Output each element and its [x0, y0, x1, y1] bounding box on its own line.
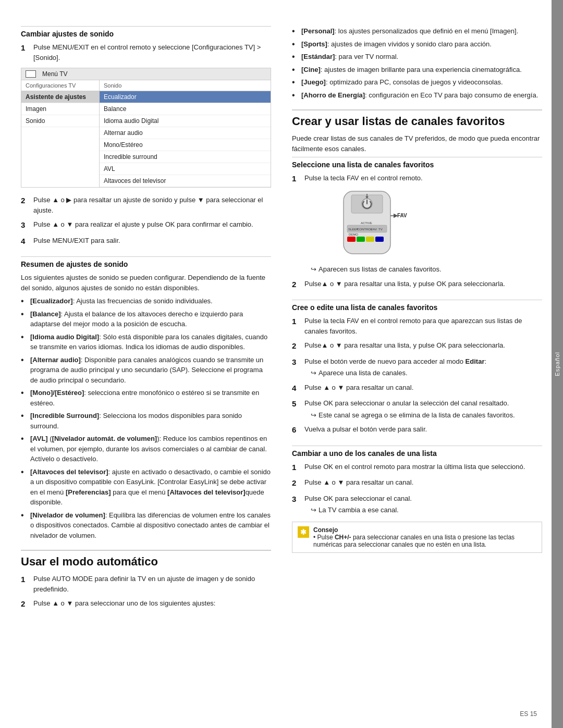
menu-left-item-1: Imagen — [21, 103, 99, 115]
menu-right-col-label: Sonido — [100, 80, 271, 91]
section-cambiar-ajustes: Cambiar ajustes de sonido 1 Pulse MENU/E… — [21, 26, 271, 247]
menu-header: Menú TV — [21, 68, 271, 80]
resumen-item-7-text: [Altavoces del televisor]: ajuste en act… — [30, 467, 271, 508]
sel-step-1-text: Pulse la tecla FAV en el control remoto. — [304, 174, 423, 182]
cree-step-2-text: Pulse▲ o ▼ para resaltar una lista, y pu… — [304, 340, 542, 352]
resumen-item-5-text: [Incredible Surround]: Selecciona los mo… — [30, 411, 271, 431]
menu-right-item-2: Idioma audio Digital — [100, 115, 271, 127]
usar-step-2-text: Pulse ▲ o ▼ para seleccionar uno de los … — [33, 598, 271, 610]
active-label: ACTIVE — [361, 221, 372, 225]
canal-step-2: 2 Pulse ▲ o ▼ para resaltar un canal. — [292, 477, 542, 489]
step-1: 1 Pulse MENU/EXIT en el control remoto y… — [21, 42, 271, 63]
tv-btn-text: TV — [378, 228, 383, 231]
resumen-item-7: • [Altavoces del televisor]: ajuste en a… — [21, 467, 271, 508]
step-1-text: Pulse MENU/EXIT en el control remoto y s… — [33, 42, 271, 63]
resumen-item-2: • [Idioma audio Digital]: Sólo está disp… — [21, 332, 271, 352]
cree-step-1: 1 Pulse la tecla FAV en el control remot… — [292, 316, 542, 336]
canal-step-1-text: Pulse OK en el control remoto para mostr… — [304, 462, 542, 474]
cree-note-5: ↪ Este canal se agrega o se elimina de l… — [311, 410, 542, 421]
auto-item-0: • [Personal]: los ajustes personalizados… — [292, 26, 542, 36]
menu-right-item-3: Alternar audio — [100, 127, 271, 139]
usar-step-2: 2 Pulse ▲ o ▼ para seleccionar uno de lo… — [21, 598, 271, 610]
auto-item-1: • [Sports]: ajustes de imagen vívidos y … — [292, 39, 542, 50]
step-4-text: Pulse MENU/EXIT para salir. — [33, 236, 271, 248]
resumen-item-4-text: [Mono]/[Estéreo]: selecciona entre monof… — [30, 388, 271, 408]
menu-left-panel: Configuraciones TV Asistente de ajustes … — [21, 80, 100, 187]
crear-title: Crear y usar listas de canales favoritos — [292, 109, 542, 128]
tv-icon — [26, 70, 36, 78]
menu-body: Configuraciones TV Asistente de ajustes … — [21, 80, 271, 187]
menu-right-item-7: Altavoces del televisor — [100, 175, 271, 187]
cree-step-6: 6 Vuelva a pulsar el botón verde para sa… — [292, 424, 542, 436]
demo-label: DEMO — [349, 233, 358, 236]
section-usar: Usar el modo automático 1 Pulse AUTO MOD… — [21, 550, 271, 610]
auto-item-2-text: : para ver TV normal. — [335, 53, 398, 60]
menu-tv-table: Menú TV Configuraciones TV Asistente de … — [21, 68, 271, 188]
cree-step-3-text: Pulse el botón verde de nuevo para acced… — [304, 357, 486, 365]
side-tab-label: Español — [554, 352, 560, 376]
remote-illustration: FAV SLEEP CON — [315, 189, 542, 260]
cree-title: Cree o edite una lista de canales favori… — [292, 300, 542, 312]
cree-step-1-text: Pulse la tecla FAV en el control remoto … — [304, 316, 542, 336]
cree-step-3: 3 Pulse el botón verde de nuevo para acc… — [292, 356, 542, 378]
svg-rect-7 — [347, 237, 356, 242]
section-resumen: Resumen de ajustes de sonido Los siguien… — [21, 256, 271, 540]
cree-step-4: 4 Pulse ▲ o ▼ para resaltar un canal. — [292, 382, 542, 394]
side-tab: Español — [552, 0, 563, 728]
canal-note-3-text: La TV cambia a ese canal. — [319, 505, 399, 515]
menu-left-item-2: Sonido — [21, 115, 99, 127]
step-4: 4 Pulse MENU/EXIT para salir. — [21, 236, 271, 248]
auto-item-5-text: : configuración en Eco TV para bajo cons… — [365, 91, 538, 99]
auto-item-3-text: : ajustes de imagen brillante para una e… — [321, 66, 522, 73]
cambiar-title: Cambiar ajustes de sonido — [21, 26, 271, 38]
consejo-content: Consejo • Pulse CH+/- para seleccionar c… — [313, 526, 536, 548]
cree-step-6-text: Vuelva a pulsar el botón verde para sali… — [304, 424, 542, 436]
resumen-item-8: • [Nivelador de volumen]: Equilibra las … — [21, 510, 271, 541]
usar-step-1-text: Pulse AUTO MODE para definir la TV en un… — [33, 574, 271, 594]
canal-step-1: 1 Pulse OK en el control remoto para mos… — [292, 462, 542, 474]
fav-label-text: FAV — [397, 213, 407, 218]
menu-right-item-4: Mono/Estéreo — [100, 139, 271, 151]
resumen-item-1-text: [Balance]: Ajusta el balance de los alta… — [30, 309, 271, 329]
canal-step-3: 3 Pulse OK para seleccionar el canal. ↪ … — [292, 493, 542, 515]
auto-item-4: • [Juego]: optimizado para PC, consolas … — [292, 77, 542, 88]
resumen-item-5: • [Incredible Surround]: Selecciona los … — [21, 411, 271, 431]
canal-step-3-text: Pulse OK para seleccionar el canal. — [304, 495, 412, 502]
menu-tv-label: Menú TV — [42, 70, 67, 78]
section-cambiar-canal: Cambiar a uno de los canales de una list… — [292, 446, 542, 553]
page-footer: ES 15 — [520, 710, 537, 718]
cree-note-3-text: Aparece una lista de canales. — [319, 368, 408, 378]
sel-step-2-text: Pulse▲ o ▼ para resaltar una lista, y pu… — [304, 279, 542, 291]
svg-rect-9 — [366, 237, 374, 242]
auto-item-1-text: : ajustes de imagen vívidos y sonido cla… — [327, 40, 492, 48]
consejo-label: Consejo — [313, 526, 338, 534]
menu-right-item-5: Incredible surround — [100, 151, 271, 163]
auto-mode-list: • [Personal]: los ajustes personalizados… — [292, 26, 542, 100]
resumen-item-1: • [Balance]: Ajusta el balance de los al… — [21, 309, 271, 329]
usar-title: Usar el modo automático — [21, 550, 271, 569]
menu-left-col-label: Configuraciones TV — [21, 80, 99, 91]
cree-step-2: 2 Pulse▲ o ▼ para resaltar una lista, y … — [292, 340, 542, 352]
resumen-item-2-text: [Idioma audio Digital]: Sólo está dispon… — [30, 332, 271, 352]
auto-item-3: • [Cine]: ajustes de imagen brillante pa… — [292, 65, 542, 75]
usar-step-1: 1 Pulse AUTO MODE para definir la TV en … — [21, 574, 271, 594]
auto-item-5: • [Ahorro de Energía]: configuración en … — [292, 90, 542, 101]
left-column: Cambiar ajustes de sonido 1 Pulse MENU/E… — [21, 26, 271, 702]
consejo-box: ✱ Consejo • Pulse CH+/- para seleccionar… — [292, 522, 542, 553]
cree-note-5-text: Este canal se agrega o se elimina de la … — [319, 410, 515, 421]
menu-right-panel: Sonido Ecualizador Balance Idioma audio … — [100, 80, 271, 187]
resumen-item-3-text: [Alternar audio]: Disponible para canale… — [30, 355, 271, 386]
resumen-item-8-text: [Nivelador de volumen]: Equilibra las di… — [30, 510, 271, 541]
page-footer-text: ES 15 — [520, 710, 537, 718]
control-btn-text: CONTROL — [357, 228, 373, 231]
resumen-item-0: • [Ecualizador]: Ajusta las frecuencias … — [21, 296, 271, 306]
svg-rect-8 — [357, 237, 365, 242]
section-cree: Cree o edite una lista de canales favori… — [292, 300, 542, 436]
sel-note-1: ↪ Aparecen sus listas de canales favorit… — [311, 264, 542, 275]
canal-note-3: ↪ La TV cambia a ese canal. — [311, 505, 542, 515]
resumen-title: Resumen de ajustes de sonido — [21, 256, 271, 268]
menu-right-item-0: Ecualizador — [100, 91, 271, 103]
cree-note-3: ↪ Aparece una lista de canales. — [311, 368, 542, 378]
sel-note-1-text: Aparecen sus listas de canales favoritos… — [319, 264, 442, 275]
resumen-intro: Los siguientes ajustes de sonido se pued… — [21, 273, 271, 293]
